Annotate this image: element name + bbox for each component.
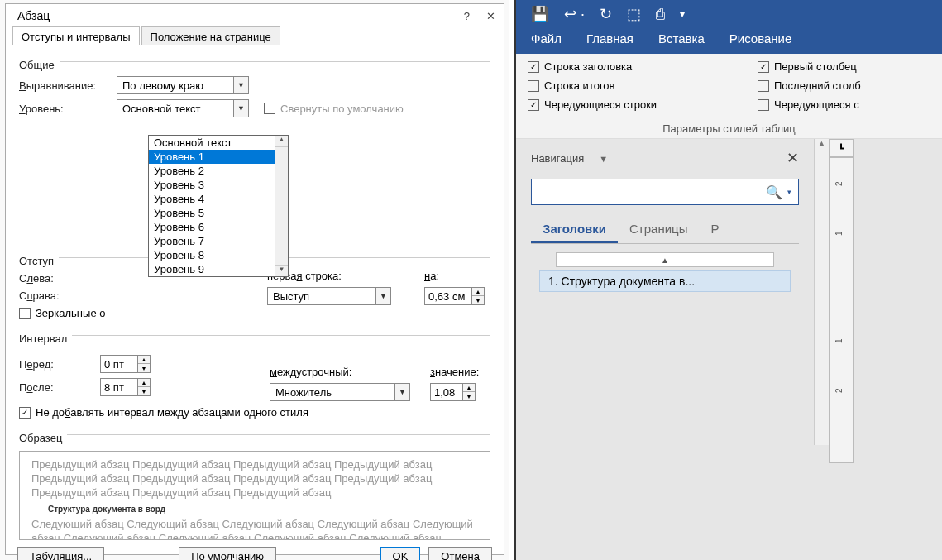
combo-line-spacing[interactable]: Множитель [270,383,410,401]
combo-value: Выступ [268,290,375,303]
spin-up-icon[interactable]: ▲ [463,384,475,392]
spinner-at[interactable]: ▲▼ [430,383,479,401]
nav-collapse-button[interactable]: ▲ [556,252,774,267]
scrollbar[interactable] [275,136,288,276]
label-at: значение: [430,366,479,378]
spinner-by[interactable]: ▲▼ [424,287,485,305]
combo-value: По левому краю [117,79,233,92]
list-item[interactable]: Уровень 5 [149,206,288,220]
chk-mirror[interactable]: Зеркальные о [19,307,105,319]
spinner-after[interactable]: ▲▼ [100,378,151,396]
level-dropdown-list[interactable]: Основной текст Уровень 1 Уровень 2 Урове… [148,135,289,277]
tab-insert[interactable]: Вставка [658,31,705,45]
combo-firstline[interactable]: Выступ [267,287,391,305]
tab-indents[interactable]: Отступы и интервалы [12,26,140,45]
dropdown-icon[interactable] [233,77,248,93]
vertical-scrollbar[interactable] [814,139,829,445]
list-item[interactable]: Уровень 8 [149,248,288,262]
preview-prev-text: Предыдущий абзац Предыдущий абзац Предыд… [31,458,432,499]
nav-heading-item[interactable]: 1. Структура документа в... [539,270,791,292]
quick-print-icon[interactable]: ⎙ [656,6,665,23]
chk-no-same-style-spacing[interactable]: ✓ Не добавлять интервал между абзацами о… [19,406,308,419]
preview-next-text: Следующий абзац Следующий абзац Следующи… [31,518,473,540]
label-by: на: [424,270,485,282]
cancel-button[interactable]: Отмена [428,547,492,560]
chk-label: Чередующиеся строки [544,98,657,111]
spin-up-icon[interactable]: ▲ [138,379,150,387]
tab-line-page-breaks[interactable]: Положение на странице [141,26,280,45]
list-item[interactable]: Основной текст [149,136,288,150]
list-item[interactable]: Уровень 2 [149,164,288,178]
chk-label: Строка заголовка [544,60,632,73]
ruler-tick: 1 [834,338,844,343]
save-icon[interactable]: 💾 [531,5,549,23]
spin-down-icon[interactable]: ▼ [472,296,484,304]
list-item[interactable]: Уровень 4 [149,192,288,206]
redo-icon[interactable]: ↻ [600,5,612,23]
close-button[interactable]: ✕ [486,10,495,22]
list-item[interactable]: Уровень 1 [149,150,288,164]
tab-home[interactable]: Главная [586,31,634,45]
tab-label: Положение на странице [151,31,271,43]
label-alignment: Выравнивание: [19,79,110,92]
preview-box: Предыдущий абзац Предыдущий абзац Предыд… [19,451,490,540]
chk-label: Последний столб [774,79,861,92]
chk-banded-rows[interactable]: ✓Чередующиеся строки [528,98,751,111]
vertical-ruler[interactable]: 2 1 1 2 [829,157,854,463]
tab-draw[interactable]: Рисование [729,31,792,45]
combo-alignment[interactable]: По левому краю [117,76,249,94]
dropdown-icon[interactable] [394,384,409,400]
ruler-tick: 2 [834,388,844,393]
list-item[interactable]: Уровень 9 [149,262,288,276]
nav-tab-headings[interactable]: Заголовки [531,217,618,243]
list-item[interactable]: Уровень 6 [149,220,288,234]
chk-total-row[interactable]: Строка итогов [528,79,751,92]
ok-button[interactable]: OK [380,547,421,560]
spin-up-icon[interactable]: ▲ [472,288,484,296]
input-before[interactable] [100,355,138,373]
combo-value: Множитель [270,386,394,399]
chk-first-column[interactable]: ✓Первый столбец [758,60,930,73]
scroll-up-icon[interactable] [275,136,288,147]
list-item[interactable]: Уровень 7 [149,234,288,248]
default-button[interactable]: По умолчанию [179,547,276,560]
search-icon[interactable]: 🔍 [766,184,782,200]
help-button[interactable]: ? [464,10,470,22]
spin-down-icon[interactable]: ▼ [138,387,150,395]
spin-up-icon[interactable]: ▲ [138,356,150,364]
search-menu-icon[interactable]: ▾ [787,188,791,196]
group-preview: Образец [19,432,67,444]
touch-mode-icon[interactable]: ⬚ [627,5,641,23]
scroll-down-icon[interactable] [275,265,288,276]
spin-down-icon[interactable]: ▼ [138,364,150,372]
input-after[interactable] [100,378,138,396]
tab-file[interactable]: Файл [531,31,562,45]
dropdown-icon[interactable] [375,288,390,304]
tabs-button[interactable]: Табуляция... [17,547,104,560]
group-indent: Отступ [19,255,59,267]
combo-level[interactable]: Основной текст [117,99,249,117]
chk-label: Чередующиеся с [774,98,859,111]
nav-tab-results[interactable]: Р [699,217,730,243]
chk-header-row[interactable]: ✓Строка заголовка [528,60,751,73]
group-caption: Параметры стилей таблиц [528,117,930,135]
chk-banded-cols[interactable]: Чередующиеся с [758,98,930,111]
spin-down-icon[interactable]: ▼ [463,392,475,400]
nav-search-input[interactable]: 🔍 ▾ [531,179,799,205]
dropdown-icon[interactable] [233,100,248,117]
label-left: Слева: [19,272,110,285]
input-by[interactable] [424,287,472,305]
qat-more-icon[interactable]: ▾ [680,8,685,20]
input-at[interactable] [430,383,463,401]
nav-tab-pages[interactable]: Страницы [618,217,699,243]
ruler-tick: 1 [834,231,844,236]
undo-icon[interactable]: ↩ · [564,5,585,23]
chk-collapse-default: Свернуты по умолчанию [264,103,404,115]
nav-menu-icon[interactable] [599,152,608,165]
chk-last-column[interactable]: Последний столб [758,79,930,92]
ruler-corner-icon: ┗ [829,139,854,157]
combo-value: Основной текст [117,103,233,115]
list-item[interactable]: Уровень 3 [149,178,288,192]
nav-close-icon[interactable]: ✕ [787,149,799,167]
spinner-before[interactable]: ▲▼ [100,355,151,373]
